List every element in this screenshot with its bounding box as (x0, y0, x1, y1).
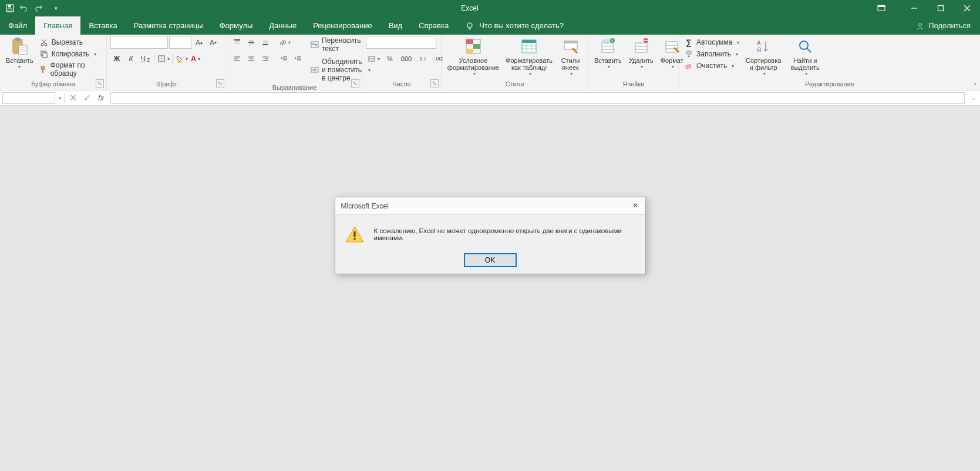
copy-icon (39, 49, 49, 59)
delete-cells-icon (632, 37, 651, 56)
delete-cells-button[interactable]: Удалить (627, 36, 656, 70)
svg-text:.0: .0 (418, 56, 423, 62)
tell-me[interactable]: Что вы хотите сделать? (457, 16, 572, 35)
svg-rect-77 (602, 43, 614, 52)
align-left-icon[interactable] (231, 52, 244, 65)
underline-button[interactable]: Ч (139, 52, 151, 65)
align-top-icon[interactable] (231, 36, 244, 49)
dialog-titlebar: Microsoft Excel ✕ (335, 197, 645, 215)
align-middle-icon[interactable] (245, 36, 258, 49)
fill-color-icon[interactable] (175, 52, 188, 65)
font-launcher-icon[interactable]: ⤡ (216, 79, 224, 88)
name-box-dropdown-icon[interactable]: ▾ (58, 95, 63, 101)
group-cells: + Вставить Удалить Формат Ячейки (588, 35, 679, 90)
close-icon[interactable] (954, 0, 980, 16)
svg-rect-14 (15, 38, 20, 41)
bold-button[interactable]: Ж (110, 52, 123, 65)
comma-style-button[interactable]: 000 (399, 52, 414, 65)
tab-data[interactable]: Данные (261, 16, 305, 35)
tab-formulas[interactable]: Формулы (211, 16, 261, 35)
merge-icon (311, 65, 319, 75)
expand-formula-bar-icon[interactable]: ⌄ (967, 95, 980, 101)
cell-styles-icon (561, 37, 580, 56)
formula-input[interactable] (110, 92, 965, 104)
group-styles: Условное форматирование Форматировать ка… (442, 35, 588, 90)
svg-rect-24 (43, 53, 47, 58)
align-right-icon[interactable] (259, 52, 272, 65)
undo-icon[interactable] (19, 2, 32, 15)
font-name-combo[interactable] (110, 36, 168, 49)
ribbon: Вставить ▾ Вырезать Копировать Формат по… (0, 35, 980, 90)
insert-function-icon[interactable]: fx (94, 93, 108, 102)
dialog-close-icon[interactable]: ✕ (629, 200, 642, 211)
clipboard-launcher-icon[interactable]: ⤡ (96, 79, 104, 88)
sort-filter-icon: АЯ (754, 37, 773, 56)
cell-styles-button[interactable]: Стили ячеек (557, 36, 584, 78)
tab-view[interactable]: Вид (380, 16, 411, 35)
find-select-button[interactable]: Найти и выделить (786, 36, 824, 78)
find-icon (796, 37, 814, 56)
align-center-icon[interactable] (245, 52, 258, 65)
borders-icon[interactable] (157, 52, 170, 65)
fill-down-icon (684, 49, 693, 59)
cut-label: Вырезать (52, 38, 83, 46)
clear-button[interactable]: Очистить (683, 60, 740, 71)
sort-filter-button[interactable]: АЯ Сортировка и фильтр (743, 36, 784, 78)
decrease-indent-icon[interactable] (278, 52, 291, 65)
number-launcher-icon[interactable]: ⤡ (430, 79, 439, 88)
increase-font-icon[interactable]: A▴ (193, 36, 206, 49)
maximize-icon[interactable] (927, 0, 954, 16)
cut-button[interactable]: Вырезать (38, 37, 103, 48)
insert-cells-button[interactable]: + Вставить (592, 36, 624, 70)
dialog-title: Microsoft Excel (341, 202, 389, 210)
redo-icon[interactable] (34, 2, 47, 15)
font-color-icon[interactable]: A (189, 52, 202, 65)
svg-rect-98 (353, 238, 355, 240)
enter-formula-icon[interactable]: ✓ (80, 92, 94, 103)
fill-label: Заполнить (696, 50, 731, 58)
sort-filter-label: Сортировка и фильтр (745, 57, 782, 71)
format-painter-button[interactable]: Формат по образцу (38, 60, 103, 78)
increase-decimal-icon[interactable]: .0 (415, 52, 430, 65)
share-button[interactable]: Поделиться (906, 16, 980, 35)
save-icon[interactable] (4, 2, 16, 15)
qat-customize-icon[interactable]: ▾ (49, 2, 62, 15)
copy-button[interactable]: Копировать (38, 49, 103, 59)
tab-file[interactable]: Файл (0, 16, 35, 35)
window-controls (901, 0, 980, 16)
decrease-font-icon[interactable]: A▾ (207, 36, 220, 49)
sigma-icon: ∑ (684, 38, 693, 47)
tab-help[interactable]: Справка (410, 16, 457, 35)
number-format-combo[interactable] (366, 36, 436, 49)
minimize-icon[interactable] (901, 0, 927, 16)
accounting-format-icon[interactable] (366, 52, 381, 65)
tab-insert[interactable]: Вставка (80, 16, 125, 35)
group-font: A▴ A▾ Ж К Ч A Шрифт ⤡ (107, 35, 227, 90)
cancel-formula-icon[interactable]: ✕ (66, 92, 80, 103)
fill-button[interactable]: Заполнить (683, 49, 740, 59)
alignment-launcher-icon[interactable]: ⤡ (351, 79, 359, 88)
paste-button[interactable]: Вставить ▾ (4, 36, 36, 70)
tab-page-layout[interactable]: Разметка страницы (126, 16, 211, 35)
svg-rect-1 (8, 5, 11, 8)
conditional-formatting-button[interactable]: Условное форматирование (445, 36, 501, 78)
collapse-ribbon-icon[interactable]: ˄ (974, 82, 976, 89)
font-size-combo[interactable] (169, 36, 191, 49)
dialog-ok-button[interactable]: OK (464, 254, 516, 267)
format-as-table-button[interactable]: Форматировать как таблицу (504, 36, 554, 78)
formula-bar: ▾ ✕ ✓ fx ⌄ (0, 90, 980, 106)
increase-indent-icon[interactable] (292, 52, 305, 65)
tab-review[interactable]: Рецензирование (305, 16, 380, 35)
svg-rect-92 (686, 65, 691, 69)
italic-button[interactable]: К (124, 52, 137, 65)
percent-button[interactable]: % (382, 52, 398, 65)
title-bar: ▾ Excel (0, 0, 980, 16)
align-bottom-icon[interactable] (259, 36, 272, 49)
ribbon-display-options-icon[interactable] (877, 5, 901, 12)
svg-rect-15 (19, 45, 27, 55)
autosum-button[interactable]: ∑ Автосумма (683, 37, 740, 48)
lightbulb-icon (465, 21, 474, 31)
tab-home[interactable]: Главная (35, 16, 80, 35)
name-box[interactable] (2, 92, 55, 104)
orientation-icon[interactable]: ab (278, 36, 291, 49)
